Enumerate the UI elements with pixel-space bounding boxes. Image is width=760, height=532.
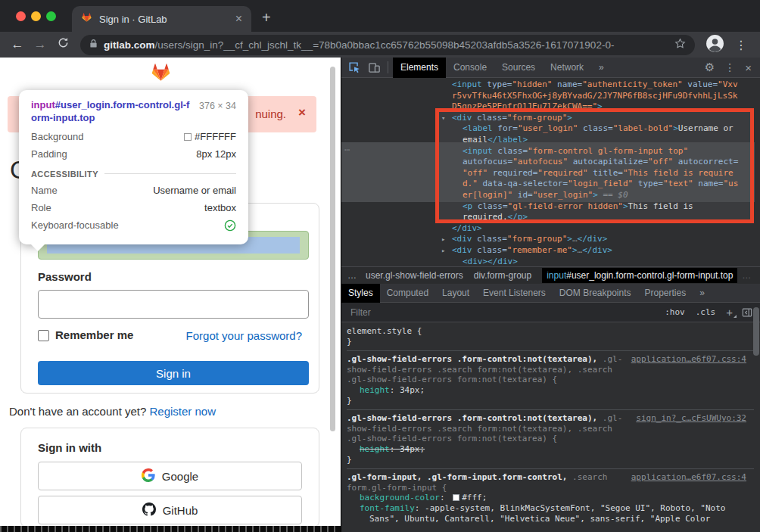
- new-style-rule-icon[interactable]: +: [726, 306, 733, 319]
- css-declaration[interactable]: height: 34px;: [347, 385, 754, 396]
- css-declaration[interactable]: background-color: #fff;: [347, 493, 754, 503]
- code-token: >: [567, 234, 572, 244]
- reload-icon[interactable]: [51, 37, 74, 52]
- back-icon[interactable]: ←: [6, 37, 29, 52]
- forgot-password-link[interactable]: Forgot your password?: [186, 329, 302, 342]
- disclosure-arrow-icon[interactable]: ▸: [441, 234, 452, 245]
- styles-tabs-more-icon[interactable]: »: [693, 284, 712, 303]
- css-rules: application…e6f07.css:4.gl-show-field-er…: [347, 350, 754, 524]
- bookmark-star-icon[interactable]: [674, 38, 686, 52]
- color-swatch[interactable]: [453, 494, 459, 501]
- code-token: value=: [683, 79, 718, 89]
- inspect-element-icon[interactable]: [348, 61, 361, 74]
- disclosure-arrow-icon[interactable]: ▸: [441, 245, 452, 257]
- password-label: Password: [38, 270, 92, 283]
- traffic-light-minimize[interactable]: [31, 11, 41, 21]
- devtools-close-icon[interactable]: ×: [745, 61, 752, 74]
- tab-properties[interactable]: Properties: [638, 284, 693, 303]
- tooltip-bg-value: #FFFFFF: [184, 131, 236, 142]
- hover-state-toggle[interactable]: :hov: [665, 307, 685, 317]
- css-source-link[interactable]: application…e6f07.css:4: [631, 472, 746, 483]
- remember-me-checkbox[interactable]: [38, 330, 49, 341]
- code-token: "remember-me": [507, 245, 572, 255]
- tooltip-selector-tag: input: [31, 99, 55, 110]
- github-signin-button[interactable]: GitHub: [38, 496, 302, 524]
- inspect-highlight-box: [435, 108, 754, 223]
- lock-icon: [89, 38, 98, 51]
- breadcrumb-ellipsis[interactable]: …: [347, 270, 357, 281]
- css-rule[interactable]: sign_in?_c…cFsUWUyo:32.gl-show-field-err…: [347, 409, 754, 465]
- element-style-open: element.style {: [347, 326, 754, 337]
- styles-scrollbar[interactable]: [753, 307, 759, 356]
- code-token: …: [572, 234, 578, 244]
- tooltip-accessibility-header: ACCESSIBILITY: [31, 170, 236, 179]
- page-scrollbar[interactable]: [330, 67, 335, 431]
- rule-close-brace: }: [347, 396, 754, 406]
- class-toggle[interactable]: .cls: [696, 307, 716, 317]
- check-circle-icon: [224, 219, 236, 234]
- code-line[interactable]: r5vvTfku46tX5FhxOG+j8yBYvadG/2JY7NP6fB8s…: [341, 91, 760, 102]
- gitlab-logo-icon: [150, 62, 172, 86]
- code-token: <div></div>: [463, 257, 518, 266]
- gitlab-favicon-icon: [81, 12, 92, 26]
- devtools-tab-sources[interactable]: Sources: [494, 58, 543, 78]
- tab-event-listeners[interactable]: Event Listeners: [476, 284, 553, 303]
- styles-filter-input[interactable]: [349, 306, 654, 319]
- elements-tree: ⋯ <input type="hidden" name="authenticit…: [341, 78, 760, 266]
- tab-styles[interactable]: Styles: [341, 284, 380, 303]
- code-line[interactable]: </div>: [341, 223, 760, 235]
- browser-menu-icon[interactable]: ⋮: [735, 38, 747, 52]
- google-icon: [142, 468, 155, 484]
- devtools-tab-network[interactable]: Network: [543, 58, 591, 78]
- alert-text: nuing.: [255, 107, 286, 120]
- new-tab-icon[interactable]: +: [262, 9, 271, 26]
- social-title: Sign in with: [38, 441, 101, 454]
- url-bar[interactable]: gitlab.com/users/sign_in?__cf_chl_jschl_…: [80, 35, 695, 55]
- google-signin-button[interactable]: Google: [38, 462, 302, 490]
- tab-close-icon[interactable]: ×: [235, 13, 242, 25]
- code-token: </div>: [578, 234, 608, 244]
- alert-close-icon[interactable]: ×: [298, 105, 306, 120]
- css-declaration[interactable]: height: 34px;: [347, 444, 754, 455]
- tab-layout[interactable]: Layout: [435, 284, 476, 303]
- devtools-tabs-more-icon[interactable]: »: [591, 58, 612, 78]
- rule-selector-line: show-field-errors .search form:not(texta…: [347, 424, 754, 434]
- breadcrumb-item-form[interactable]: user.gl-show-field-errors: [366, 270, 463, 281]
- url-path: /users/sign_in?__cf_chl_jschl_tk__=78b0a…: [155, 39, 671, 51]
- register-line: Don't have an account yet? Register now: [9, 405, 216, 418]
- traffic-light-close[interactable]: [16, 11, 26, 21]
- elements-breadcrumb: … user.gl-show-field-errors div.form-gro…: [341, 266, 760, 284]
- register-link[interactable]: Register now: [150, 405, 216, 418]
- css-rule[interactable]: application…e6f07.css:4.gl-show-field-er…: [347, 350, 754, 406]
- browser-titlebar: Sign in · GitLab × +: [0, 0, 760, 32]
- styles-tabbar: Styles Computed Layout Event Listeners D…: [341, 284, 760, 303]
- breadcrumb-item-formgroup[interactable]: div.form-group: [474, 270, 531, 281]
- devtools-settings-icon[interactable]: ⚙: [705, 61, 715, 74]
- device-toolbar-icon[interactable]: [368, 61, 381, 74]
- code-line[interactable]: <div></div>: [341, 257, 760, 267]
- css-rule[interactable]: application…e6f07.css:4.gl-form-input, .…: [347, 468, 754, 524]
- code-token: type=: [482, 79, 512, 89]
- forward-icon[interactable]: →: [29, 37, 51, 52]
- css-source-link[interactable]: sign_in?_c…cFsUWUyo:32: [636, 413, 746, 424]
- devtools-tab-console[interactable]: Console: [446, 58, 494, 78]
- tab-computed[interactable]: Computed: [380, 284, 435, 303]
- traffic-light-zoom[interactable]: [46, 11, 56, 21]
- profile-avatar-icon[interactable]: [705, 34, 724, 56]
- dock-side-icon[interactable]: [742, 307, 752, 318]
- devtools-tab-elements[interactable]: Elements: [393, 58, 446, 78]
- tab-dom-breakpoints[interactable]: DOM Breakpoints: [553, 284, 638, 303]
- css-declaration-wrap: Sans", Ubuntu, Cantarell, "Helvetica Neu…: [347, 514, 754, 524]
- bottom-strip: [0, 526, 341, 532]
- signin-button[interactable]: Sign in: [38, 361, 309, 385]
- code-line[interactable]: ▸<div class="remember-me">…</div>: [341, 245, 760, 257]
- css-source-link[interactable]: application…e6f07.css:4: [631, 354, 746, 365]
- element-style-rule[interactable]: element.style { }: [347, 326, 754, 347]
- password-input[interactable]: [38, 290, 309, 319]
- code-line[interactable]: <input type="hidden" name="authenticity_…: [341, 79, 760, 91]
- devtools-menu-icon[interactable]: ⋮: [724, 61, 735, 73]
- css-declaration[interactable]: font-family: -apple-system, BlinkMacSyst…: [347, 503, 754, 514]
- browser-tab[interactable]: Sign in · GitLab ×: [72, 6, 251, 32]
- breadcrumb-item-selected[interactable]: input#user_login.form-control.gl-form-in…: [542, 268, 737, 283]
- code-line[interactable]: ▸<div class="form-group">…</div>: [341, 234, 760, 245]
